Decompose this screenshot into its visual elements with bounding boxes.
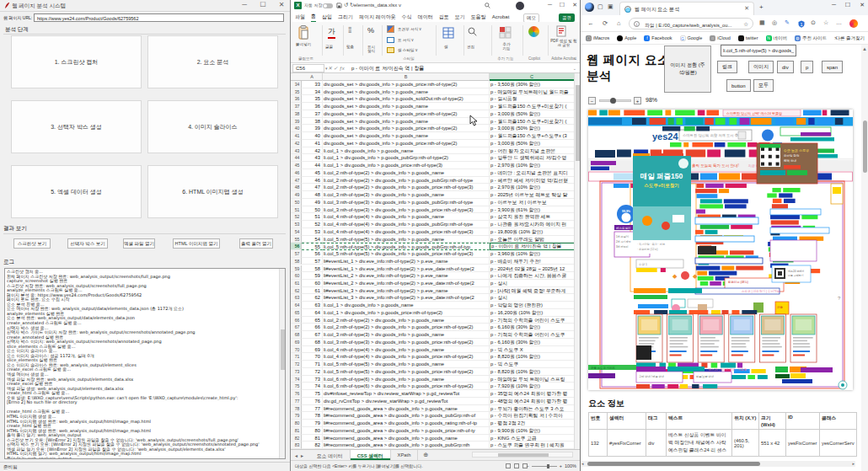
minimize-icon[interactable]: ─ [239,1,249,8]
excel-row-67[interactable]: 6766li.col_2:nth-of-type(2) > div.goods_… [291,324,575,331]
step-button-1[interactable]: 1. 스크린샷 캡처 [11,35,142,88]
excel-row-76[interactable]: 7675div#infoset_reviewTop > div.review_s… [291,390,575,398]
excel-row-79[interactable]: 7978li#recommend_goods_area > div.goods_… [291,412,575,420]
excel-row-61[interactable]: 6160li#eventList_2 > div.eve_info:nth-of… [291,280,575,287]
excel-row-55[interactable]: 5554li.col_5:nth-of-type(5) > div.goods_… [291,236,575,244]
excel-row-50[interactable]: 5049li.col_3:nth-of-type(3) > div.goods_… [291,199,575,206]
excel-row-72[interactable]: 7271li.col_5:nth-of-type(5) > div.goods_… [291,361,575,368]
formula-expand-icon[interactable]: ⌄ [573,66,576,71]
excel-row-58[interactable]: 5857li#eventList_1 > div.eve_info:nth-of… [291,258,575,265]
conditional-format-icon[interactable] [387,25,396,34]
zoom-in-button[interactable]: + [634,97,641,104]
excel-row-81[interactable]: 8180li#recommend_goods_area > div.goods_… [291,427,575,435]
step-button-6[interactable]: 6. HTML 이미지맵 생성 [147,165,278,218]
bookmark-iCloud[interactable]: ○iCloud [710,35,731,41]
excel-row-62[interactable]: 6261li#eventList_3 > div.eve_info:nth-of… [291,287,575,295]
bookmark-twitter[interactable]: twitter [738,35,758,41]
excel-row-44[interactable]: 4443li.col_1 > div.goods_info > p.goods_… [291,154,575,162]
menu-데이터[interactable]: 데이터 [418,13,433,21]
filter-button-모두[interactable]: 모두 [753,79,774,92]
annotated-screenshot[interactable]: 스마트한 당신의 선택! 예스24 북클럽yes24스마트한 당신의 취향 저격… [588,110,853,390]
page-hscrollbar[interactable]: ◂▸ [581,461,855,467]
excel-row-82[interactable]: 8281li#recommend_goods_area > div.goods_… [291,435,575,442]
pdf-label[interactable]: PDF 생성 및 링크 공유 [550,39,577,47]
url-input[interactable]: https://www.yes24.com/Product/Goods/6275… [34,13,284,22]
step-button-4[interactable]: 4. 이미지 슬라이스 [147,100,278,153]
close-icon[interactable]: ✕ [276,1,287,8]
excel-hscrollbar[interactable] [472,452,573,458]
page-vscrollbar[interactable]: ▲ [861,45,868,471]
maximize-icon[interactable]: ☐ [258,1,268,8]
zoom-slider-track[interactable] [599,99,631,102]
menu-그리기[interactable]: 그리기 [338,13,353,21]
selector-input[interactable]: li.col_5.nth-of-type(5) > div.goods_ [721,45,796,56]
excel-row-37[interactable]: 3736div.goods_set > div.goods_info > p.g… [291,103,575,110]
zoom-slider-thumb[interactable] [610,98,616,104]
sheet-tab-요소 데이터[interactable]: 요소 데이터 [310,450,351,460]
excel-row-47[interactable]: 4746li.col_2:nth-of-type(2) > div.goods_… [291,177,575,185]
excel-row-59[interactable]: 5958li#eventList_1 > div.eve_info:nth-of… [291,265,575,273]
excel-row-66[interactable]: 6665li.col_2:nth-of-type(2) > div.goods_… [291,317,575,324]
edit-pen-icon[interactable]: ✎ [785,19,790,26]
excel-row-80[interactable]: 8079li#recommend_goods_area > div.goods_… [291,420,575,427]
excel-vscrollbar[interactable] [574,73,580,449]
zoom-slider[interactable] [532,466,557,467]
menu-도움말[interactable]: 도움말 [471,13,486,21]
workbook-title[interactable]: elements_data.xlsx v [354,3,401,8]
zoom-in-icon[interactable]: + [560,463,562,468]
step-button-5[interactable]: 5. 엑셀 데이터 생성 [11,165,142,218]
cells-icon[interactable] [442,27,454,39]
refresh-icon[interactable]: ⟳ [603,19,608,27]
excel-row-45[interactable]: 4544li.col_1 > div.goods_info > p.goods_… [291,162,575,169]
menu-검토[interactable]: 검토 [439,13,449,21]
app-titlebar[interactable]: 웹 페이지 분석 시스템 ─ ☐ ✕ [0,0,290,12]
address-pill[interactable]: i 파일 | E:/00_capture/web_analysis_ou... … [629,18,753,29]
back-icon[interactable]: ← [587,19,594,27]
new-tab-icon[interactable]: + [759,3,764,11]
excel-row-42[interactable]: 4241div.goods_set > div.goods_info > p.g… [291,140,575,147]
sheet-nav-arrows[interactable]: ◂▸ [291,450,310,460]
bookmark-네이버[interactable]: N네이버 [766,35,788,41]
zoom-out-icon[interactable]: − [526,463,528,468]
column-headers[interactable]: ABC [291,73,575,81]
excel-row-78[interactable]: 7877li#recommend_goods_area > div.goods_… [291,405,575,413]
filter-button-링크[interactable]: 링크 [717,61,737,73]
undo-icon[interactable]: ↺ [344,2,348,8]
maximize-icon[interactable]: ☐ [560,2,565,8]
excel-row-65[interactable]: 6564li.col_1 > div.goods_info > p.goods_… [291,309,575,317]
excel-titlebar[interactable]: X 자동 저장 ↺ ↻ elements_data.xlsx v ─ ☐ ✕ [291,0,580,12]
bookmark-Google[interactable]: GGoogle [680,35,703,41]
sheet-tab-XPath[interactable]: XPath [391,450,419,460]
extensions-icon[interactable]: ◎ [772,19,777,26]
excel-row-39[interactable]: 3938div.goods_set > div.goods_info > p.g… [291,118,575,126]
excel-row-51[interactable]: 5150li.col_3:nth-of-type(3) > div.goods_… [291,206,575,214]
conditional-format-label[interactable]: 조건부 서식 v [398,27,421,31]
bookmark-Facebook[interactable]: fFacebook [644,35,672,41]
excel-row-70[interactable]: 7069li.col_4:nth-of-type(4) > div.goods_… [291,346,575,354]
excel-row-34[interactable]: 3433div.goods_set > div.goods_info > p.g… [291,81,575,88]
font-label[interactable]: 글꼴 [325,45,333,49]
paste-icon[interactable] [297,25,309,40]
bookmark-iMacros[interactable]: ▢iMacros [586,35,609,41]
sheet-tab-CSS 셀렉터[interactable]: CSS 셀렉터 [351,450,391,460]
menu-수식[interactable]: 수식 [402,13,412,21]
excel-row-64[interactable]: 6463li.col_1 > div.goods_info > p.goods_… [291,302,575,309]
result-button-2[interactable]: 선택자 박스 보기 [67,238,108,249]
menu-Acrobat[interactable]: Acrobat [492,14,510,19]
result-button-4[interactable]: HTML 이미지맵 열기 [173,238,220,249]
result-button-3[interactable]: 엑셀 파일 열기 [123,238,155,249]
search-icon[interactable] [485,3,490,8]
image-toggle-button[interactable]: 이미지 전환 (주석/원본) [664,45,711,93]
excel-row-48[interactable]: 4847li.col_2:nth-of-type(2) > div.goods_… [291,184,575,191]
filter-button-button[interactable]: button [726,79,751,92]
minimize-icon[interactable]: ─ [832,2,836,8]
find-icon[interactable] [468,27,477,36]
tab-close-icon[interactable]: ✕ [744,5,749,12]
menu-홈[interactable]: 홈 [311,13,316,22]
col-header-A[interactable]: A [302,73,323,81]
bookmark-추천 사이트[interactable]: ◍추천 사이트 [795,35,827,41]
excel-row-43[interactable]: 4342li.col_1 > div.goods_info > p.goods_… [291,147,575,155]
tabs-grid-icon[interactable]: ▦ [759,19,765,26]
log-scrollbar[interactable] [279,269,285,458]
result-button-1[interactable]: 스크린샷 보기 [13,238,51,249]
